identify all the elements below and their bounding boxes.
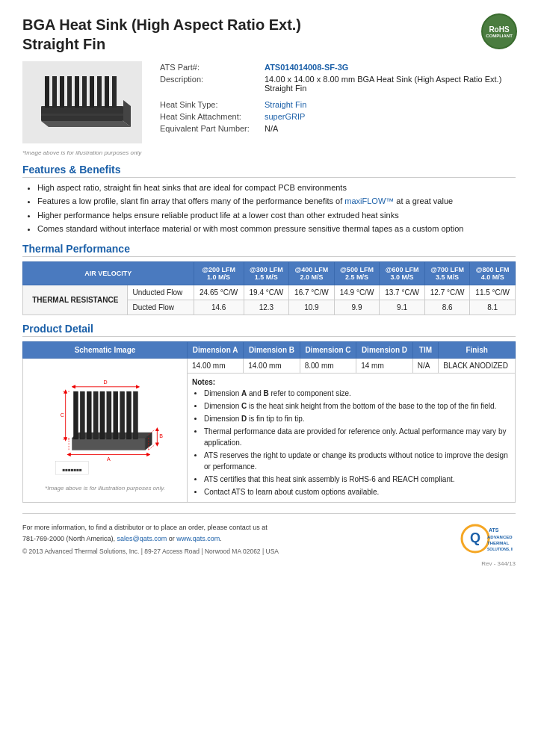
ducted-500: 9.9 [334, 300, 380, 315]
tim-value: N/A [412, 358, 439, 373]
svg-text:Q: Q [470, 530, 480, 545]
dim-d-header: Dimension D [356, 341, 413, 358]
unducted-label: Unducted Flow [128, 285, 194, 300]
svg-text:ADVANCED: ADVANCED [487, 535, 513, 539]
notes-cell: Notes: Dimension A and B refer to compon… [188, 373, 516, 502]
page: RoHS COMPLIANT BGA Heat Sink (High Aspec… [0, 0, 538, 756]
dim-c-value: 8.00 mm [300, 358, 356, 373]
col-800lfm: @800 LFM4.0 M/S [470, 261, 516, 285]
svg-marker-12 [41, 121, 131, 127]
equiv-label: Equivalent Part Number: [157, 123, 262, 134]
type-label: Heat Sink Type: [157, 99, 262, 111]
dim-b-value: 14.00 mm [244, 358, 300, 373]
product-details-table: ATS Part#: ATS014014008-SF-3G Descriptio… [157, 61, 516, 143]
schematic-svg: A B C [31, 362, 180, 481]
unducted-200: 24.65 °C/W [194, 285, 244, 300]
unducted-500: 14.9 °C/W [334, 285, 380, 300]
description-value: 14.00 x 14.00 x 8.00 mm BGA Heat Sink (H… [262, 73, 516, 94]
footer-section: For more information, to find a distribu… [22, 520, 516, 557]
type-value: Straight Fin [262, 99, 516, 111]
svg-rect-9 [105, 76, 109, 108]
unducted-600: 13.7 °C/W [380, 285, 425, 300]
heatsink-image [34, 69, 131, 136]
schematic-image-cell: A B C [23, 358, 188, 502]
product-detail-heading: Product Detail [22, 323, 516, 337]
ducted-300: 12.3 [244, 300, 289, 315]
svg-rect-11 [41, 114, 123, 116]
ducted-800: 8.1 [470, 300, 516, 315]
thermal-heading: Thermal Performance [22, 243, 516, 257]
note-5: ATS reserves the right to update or chan… [204, 450, 510, 472]
thermal-table: AIR VELOCITY @200 LFM1.0 M/S @300 LFM1.5… [22, 261, 516, 315]
note-4: Thermal performance data are provided fo… [204, 426, 510, 448]
note-2: Dimension C is the heat sink height from… [204, 400, 510, 412]
svg-rect-25 [126, 391, 131, 439]
svg-text:C: C [60, 412, 64, 418]
unducted-400: 16.7 °C/W [289, 285, 335, 300]
footer-contact-text: For more information, to find a distribu… [22, 524, 268, 531]
svg-rect-14 [72, 438, 145, 450]
rohs-badge: RoHS COMPLIANT [481, 13, 517, 49]
svg-rect-3 [60, 76, 64, 108]
notes-list: Dimension A and B refer to component siz… [204, 388, 510, 498]
footer-phone: 781-769-2000 (North America), [22, 535, 115, 542]
feature-item-4: Comes standard without interface materia… [37, 223, 516, 235]
features-list: High aspect ratio, straight fin heat sin… [37, 182, 516, 235]
ducted-700: 8.6 [424, 300, 470, 315]
features-heading: Features & Benefits [22, 164, 516, 178]
dim-c-header: Dimension C [300, 341, 356, 358]
note-1: Dimension A and B refer to component siz… [204, 388, 510, 399]
finish-value: BLACK ANODIZED [439, 358, 516, 373]
schematic-caption: *Image above is for illustration purpose… [28, 485, 182, 492]
col-200lfm: @200 LFM1.0 M/S [194, 261, 244, 285]
note-6: ATS certifies that this heat sink assemb… [204, 474, 510, 485]
svg-rect-7 [90, 76, 94, 108]
svg-rect-21 [99, 391, 104, 439]
feature-item-1: High aspect ratio, straight fin heat sin… [37, 182, 516, 193]
svg-rect-5 [75, 76, 79, 108]
equiv-value: N/A [262, 123, 516, 134]
svg-rect-17 [73, 391, 78, 439]
part-number-label: ATS Part#: [157, 61, 262, 73]
svg-rect-8 [97, 76, 102, 108]
ats-q-logo: Q ATS ADVANCED THERMAL SOLUTIONS, INC. [460, 520, 513, 557]
svg-text:D: D [103, 379, 107, 385]
svg-rect-23 [113, 391, 117, 439]
description-label: Description: [157, 73, 262, 94]
product-detail-table: Schematic Image Dimension A Dimension B … [22, 341, 516, 503]
schematic-diagram: A B C [31, 362, 180, 483]
ducted-200: 14.6 [194, 300, 244, 315]
feature-item-3: Higher performance helps ensure reliable… [37, 210, 516, 221]
col-600lfm: @600 LFM3.0 M/S [380, 261, 425, 285]
note-7: Contact ATS to learn about custom option… [204, 486, 510, 498]
notes-heading: Notes: [192, 378, 215, 386]
svg-text:ATS: ATS [489, 527, 499, 533]
page-title: BGA Heat Sink (High Aspect Ratio Ext.) S… [22, 15, 516, 54]
attach-label: Heat Sink Attachment: [157, 111, 262, 123]
col-300lfm: @300 LFM1.5 M/S [244, 261, 289, 285]
footer-website-link[interactable]: www.qats.com [176, 535, 220, 542]
dim-d-value: 14 mm [356, 358, 413, 373]
svg-rect-1 [45, 76, 49, 108]
ducted-400: 10.9 [289, 300, 335, 315]
schematic-header: Schematic Image [23, 341, 188, 358]
product-info-section: ATS Part#: ATS014014008-SF-3G Descriptio… [22, 61, 516, 143]
product-image-caption: *Image above is for illustration purpose… [22, 149, 516, 156]
svg-rect-20 [93, 391, 98, 439]
svg-text:B: B [159, 433, 163, 439]
unducted-700: 12.7 °C/W [424, 285, 470, 300]
svg-rect-2 [52, 76, 57, 108]
footer-email-link[interactable]: sales@qats.com [117, 535, 167, 542]
dim-a-value: 14.00 mm [188, 358, 244, 373]
notes-section: Notes: Dimension A and B refer to compon… [192, 377, 510, 498]
unducted-300: 19.4 °C/W [244, 285, 289, 300]
rohs-text: RoHS [489, 25, 509, 34]
footer-copyright: © 2013 Advanced Thermal Solutions, Inc. … [22, 547, 279, 557]
svg-rect-6 [82, 76, 87, 108]
note-3: Dimension D is fin tip to fin tip. [204, 413, 510, 424]
air-velocity-header: AIR VELOCITY [23, 261, 194, 285]
svg-text:SOLUTIONS, INC.: SOLUTIONS, INC. [487, 547, 513, 551]
tim-header: TIM [412, 341, 439, 358]
product-image-area [22, 61, 142, 143]
svg-rect-18 [80, 391, 84, 439]
